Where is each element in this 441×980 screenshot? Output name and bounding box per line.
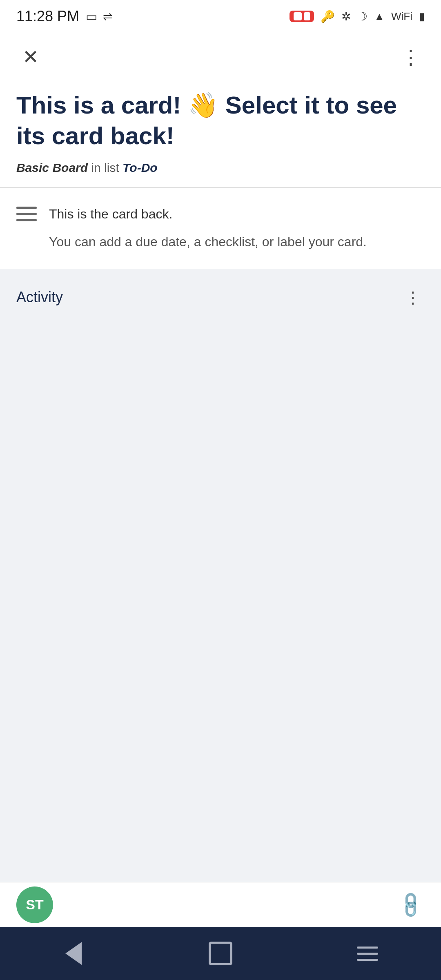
status-icons-left: ▭ ⇌ <box>86 9 112 24</box>
hamburger-line-1 <box>16 207 37 209</box>
close-icon: ✕ <box>22 47 39 67</box>
back-icon <box>65 942 82 965</box>
activity-title: Activity <box>16 289 63 306</box>
attachment-icon: 🔗 <box>395 889 426 920</box>
user-avatar[interactable]: ST <box>16 886 53 923</box>
hamburger-icon <box>16 207 37 221</box>
description-line-1: This is the card back. <box>49 204 425 224</box>
record-indicator <box>290 11 314 22</box>
status-bar: 11:28 PM ▭ ⇌ 🔑 ✲ ☽ ▲ WiFi ▮ <box>0 0 441 33</box>
description-section: This is the card back. You can add a due… <box>0 188 441 269</box>
more-options-button[interactable]: ⋮ <box>396 43 425 71</box>
signal-icon: ▲ <box>374 10 385 23</box>
record-dot <box>294 12 302 20</box>
status-time: 11:28 PM <box>16 8 79 25</box>
activity-section: Activity ⋮ <box>0 269 441 677</box>
description-icon <box>16 207 37 252</box>
card-list-name: To-Do <box>122 161 158 174</box>
description-line-2: You can add a due date, a checklist, or … <box>49 232 425 252</box>
page-content: 11:28 PM ▭ ⇌ 🔑 ✲ ☽ ▲ WiFi ▮ ✕ ⋮ <box>0 0 441 927</box>
record-bar <box>304 12 310 20</box>
activity-more-button[interactable]: ⋮ <box>400 285 425 310</box>
app-bar: ✕ ⋮ <box>0 33 441 82</box>
activity-more-icon: ⋮ <box>405 288 420 307</box>
nav-home-button[interactable] <box>204 937 237 970</box>
card-board-name: Basic Board <box>16 161 88 174</box>
description-content: This is the card back. You can add a due… <box>49 204 425 252</box>
bottom-bar: ST 🔗 <box>0 882 441 927</box>
status-bar-left: 11:28 PM ▭ ⇌ <box>16 8 112 25</box>
nav-back-button[interactable] <box>57 937 90 970</box>
status-bar-right: 🔑 ✲ ☽ ▲ WiFi ▮ <box>290 10 425 23</box>
system-nav-bar <box>0 927 441 980</box>
camera-icon: ▭ <box>86 9 97 24</box>
card-title: This is a card! 👋 Select it to see its c… <box>16 90 425 151</box>
battery-icon: ▮ <box>419 10 425 23</box>
more-icon: ⋮ <box>401 46 420 69</box>
bluetooth-icon: ✲ <box>341 10 351 23</box>
attachment-button[interactable]: 🔗 <box>396 891 425 919</box>
activity-header: Activity ⋮ <box>16 285 425 310</box>
home-icon <box>209 942 232 965</box>
menu-line-2 <box>357 953 378 955</box>
menu-icon <box>357 947 378 961</box>
hamburger-line-3 <box>16 219 37 221</box>
scrollable-area: Activity ⋮ <box>0 269 441 927</box>
menu-line-1 <box>357 947 378 949</box>
card-meta: Basic Board in list To-Do <box>16 161 425 175</box>
nav-menu-button[interactable] <box>351 937 384 970</box>
cast-icon: ⇌ <box>103 10 112 23</box>
menu-line-3 <box>357 959 378 961</box>
card-meta-in-list: in list <box>91 161 122 174</box>
close-button[interactable]: ✕ <box>16 43 45 71</box>
key-icon: 🔑 <box>321 10 335 23</box>
card-title-section: This is a card! 👋 Select it to see its c… <box>0 82 441 187</box>
wifi-icon: WiFi <box>391 10 412 23</box>
moon-icon: ☽ <box>357 10 368 23</box>
hamburger-line-2 <box>16 213 37 215</box>
